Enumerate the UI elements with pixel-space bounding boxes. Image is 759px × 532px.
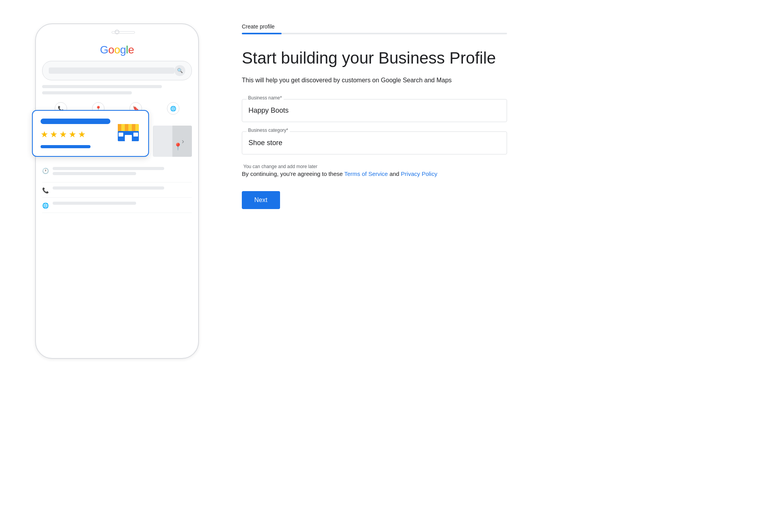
svg-rect-2: [125, 124, 128, 132]
google-logo: Google: [42, 44, 192, 56]
category-hint: You can change and add more later: [242, 164, 507, 169]
phone-hours-item: 🕐: [42, 163, 192, 183]
star-4: ★: [69, 129, 76, 140]
privacy-policy-link[interactable]: Privacy Policy: [401, 170, 437, 177]
skeleton-2: [42, 91, 132, 94]
website-lines: [53, 202, 192, 208]
phone-icon: 📞: [42, 187, 49, 193]
terms-prefix: By continuing, you're agreeing to these: [242, 170, 344, 177]
terms-text: By continuing, you're agreeing to these …: [242, 169, 507, 179]
phone-search-icon: 🔍: [174, 65, 185, 76]
business-category-field-group: Business category*: [242, 131, 507, 154]
phone-skeleton: [53, 186, 164, 190]
svg-rect-1: [118, 124, 121, 132]
phone-number-lines: [53, 186, 192, 193]
phone-globe-icon: 🌐: [167, 102, 179, 115]
next-button[interactable]: Next: [242, 191, 280, 209]
star-1: ★: [41, 129, 48, 140]
star-5: ★: [78, 129, 86, 140]
map-pin-icon: 📍: [174, 142, 182, 151]
business-category-input[interactable]: [242, 131, 507, 154]
website-skeleton: [53, 202, 136, 205]
website-icon: 🌐: [42, 202, 49, 209]
phone-search-bar: 🔍: [42, 61, 192, 80]
star-3: ★: [59, 129, 67, 140]
hours-skeleton-2: [53, 172, 136, 175]
business-card-overlay: ★ ★ ★ ★ ★: [32, 110, 149, 157]
progress-bar-fill: [242, 33, 282, 34]
star-2: ★: [50, 129, 58, 140]
phone-chevron-icon: ›: [182, 137, 184, 145]
main-container: Google 🔍 📞 📍 🔖 🌐: [0, 0, 759, 374]
form-section: Create profile Start building your Busin…: [242, 16, 507, 209]
page-title: Start building your Business Profile: [242, 48, 507, 68]
business-category-label: Business category*: [246, 128, 290, 133]
step-header: Create profile: [242, 23, 507, 34]
phone-speaker: [112, 31, 135, 34]
phone-mockup: Google 🔍 📞 📍 🔖 🌐: [35, 23, 199, 359]
card-blue-bar-thin: [41, 145, 90, 148]
hours-skeleton-1: [53, 167, 164, 170]
skeleton-1: [42, 85, 162, 88]
business-name-input[interactable]: [242, 99, 507, 122]
svg-rect-7: [133, 133, 138, 137]
business-name-label: Business name*: [246, 95, 284, 101]
card-blue-bar: [41, 119, 110, 124]
form-subtitle: This will help you get discovered by cus…: [242, 76, 507, 85]
terms-of-service-link[interactable]: Terms of Service: [344, 170, 388, 177]
clock-icon: 🕐: [42, 168, 49, 174]
phone-content: Google 🔍 📞 📍 🔖 🌐: [42, 44, 192, 354]
svg-rect-6: [119, 133, 123, 137]
progress-bar-container: [242, 33, 507, 34]
step-label: Create profile: [242, 23, 507, 30]
svg-rect-3: [132, 124, 135, 132]
phone-phone-item: 📞: [42, 183, 192, 198]
phone-website-item: 🌐: [42, 198, 192, 213]
phone-search-input-skeleton: [49, 67, 174, 74]
hours-lines: [53, 167, 192, 178]
business-name-field-group: Business name*: [242, 99, 507, 122]
store-icon: [115, 117, 142, 146]
phone-mockup-section: Google 🔍 📞 📍 🔖 🌐: [23, 16, 211, 359]
terms-and: and: [388, 170, 401, 177]
phone-map: 📍: [153, 126, 192, 157]
svg-rect-5: [125, 135, 132, 141]
